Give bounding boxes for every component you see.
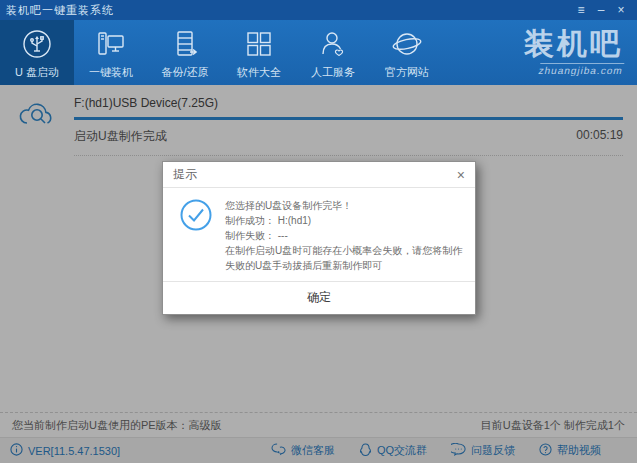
nav-item-support[interactable]: 人工服务 <box>296 20 370 85</box>
usb-icon <box>19 26 55 62</box>
dialog-message-line: 制作失败： --- <box>225 228 463 243</box>
ok-button[interactable]: 确定 <box>163 281 475 314</box>
window-controls: ≡ – × <box>571 0 631 20</box>
nav-item-backup-restore[interactable]: 备份/还原 <box>148 20 222 85</box>
dialog-message: 您选择的U盘设备制作完毕！ 制作成功： H:(hd1) 制作失败： --- 在制… <box>225 198 463 273</box>
nav-item-website[interactable]: 官方网站 <box>370 20 444 85</box>
nav-item-software[interactable]: 软件大全 <box>222 20 296 85</box>
window-title: 装机吧一键重装系统 <box>6 3 114 18</box>
brand-logo: 装机吧 zhuangjiba.com <box>524 20 637 85</box>
backup-restore-icon <box>167 26 203 62</box>
dialog-message-line: 在制作启动U盘时可能存在小概率会失败，请您将制作失败的U盘手动拔插后重新制作即可 <box>225 243 463 273</box>
dialog-title: 提示 <box>173 166 197 183</box>
app-window: 装机吧一键重装系统 ≡ – × U 盘启动 <box>0 0 637 463</box>
close-icon[interactable]: × <box>611 0 631 20</box>
software-grid-icon <box>241 26 277 62</box>
nav-item-one-key-install[interactable]: 一键装机 <box>74 20 148 85</box>
brand-logo-text: 装机吧 <box>524 28 623 60</box>
dialog-titlebar: 提示 × <box>163 162 475 188</box>
dialog-body: 您选择的U盘设备制作完毕！ 制作成功： H:(hd1) 制作失败： --- 在制… <box>163 188 475 281</box>
minimize-icon[interactable]: – <box>591 0 611 20</box>
nav-item-label: 一键装机 <box>89 65 133 80</box>
support-person-icon <box>315 26 351 62</box>
dialog-message-line: 您选择的U盘设备制作完毕！ <box>225 198 463 213</box>
nav-item-label: 软件大全 <box>237 65 281 80</box>
brand-logo-domain: zhuangjiba.com <box>538 63 625 76</box>
titlebar: 装机吧一键重装系统 ≡ – × <box>0 0 637 20</box>
computer-icon <box>93 26 129 62</box>
prompt-dialog: 提示 × 您选择的U盘设备制作完毕！ 制作成功： H:(hd1) 制作失败： -… <box>162 161 476 315</box>
nav-item-usb-boot[interactable]: U 盘启动 <box>0 20 74 85</box>
nav-item-label: 人工服务 <box>311 65 355 80</box>
website-globe-icon <box>389 26 425 62</box>
nav-item-label: U 盘启动 <box>15 65 59 80</box>
nav-item-label: 官方网站 <box>385 65 429 80</box>
dialog-close-icon[interactable]: × <box>457 168 465 182</box>
main-nav: U 盘启动 一键装机 <box>0 20 637 85</box>
menu-icon[interactable]: ≡ <box>571 0 591 20</box>
dialog-message-line: 制作成功： H:(hd1) <box>225 213 463 228</box>
nav-item-label: 备份/还原 <box>161 65 208 80</box>
success-check-icon <box>179 198 213 273</box>
